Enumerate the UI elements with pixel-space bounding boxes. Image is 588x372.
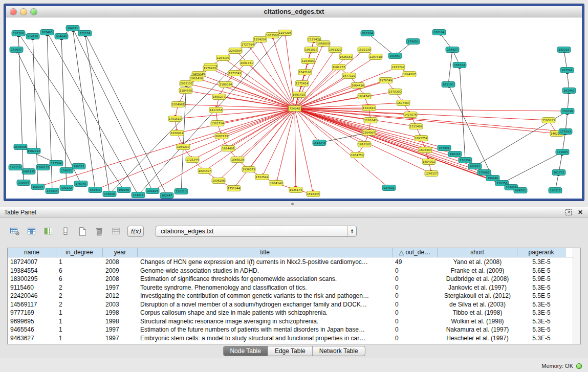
graph-node[interactable]: 1961320: [329, 47, 342, 53]
close-window-button[interactable]: [10, 9, 16, 15]
column-header-in_degree[interactable]: in_degree: [56, 248, 103, 257]
cell-out_degree[interactable]: 0: [393, 334, 438, 343]
cell-name[interactable]: 19384554: [8, 267, 56, 275]
zoom-window-button[interactable]: [31, 9, 37, 15]
tab-node-table[interactable]: Node Table: [223, 346, 268, 356]
graph-node[interactable]: 190217: [549, 188, 562, 193]
cell-year[interactable]: 2003: [103, 300, 138, 309]
cell-short[interactable]: Tibbo et al. (1998): [438, 309, 517, 317]
cell-year[interactable]: 2008: [103, 275, 138, 283]
graph-node[interactable]: 1273541: [228, 71, 242, 76]
graph-node[interactable]: 879193: [442, 82, 455, 87]
graph-node[interactable]: 1935174: [289, 187, 302, 193]
cell-in_degree[interactable]: 2: [56, 283, 103, 292]
graph-node[interactable]: 1866529: [231, 157, 244, 163]
graph-node[interactable]: 190667: [388, 53, 402, 59]
tab-edge-table[interactable]: Edge Table: [268, 346, 313, 356]
graph-node[interactable]: 1864416: [351, 83, 364, 89]
cell-year[interactable]: 1997: [103, 283, 138, 292]
graph-node[interactable]: 150334: [459, 158, 472, 163]
graph-node[interactable]: 2606506: [14, 144, 27, 150]
graph-node[interactable]: 1284193: [216, 55, 230, 61]
cell-short[interactable]: Franke et al. (2009): [438, 267, 517, 275]
table-row[interactable]: 1938455462009Genome-wide association stu…: [8, 267, 573, 275]
table-row[interactable]: 1830029562008Estimation of significance …: [8, 275, 573, 283]
graph-node[interactable]: 190104: [146, 188, 159, 194]
graph-node[interactable]: 1515409: [409, 124, 423, 129]
graph-node[interactable]: 162447: [160, 193, 173, 199]
close-panel-icon[interactable]: ✕: [578, 209, 583, 216]
graph-node[interactable]: 184871: [66, 26, 79, 31]
graph-node[interactable]: 190316: [448, 151, 462, 157]
graph-node[interactable]: 1094307: [403, 72, 416, 77]
graph-node[interactable]: 1081773: [332, 64, 345, 70]
cell-title[interactable]: Disruption of a novel member of a sodium…: [138, 300, 393, 309]
cell-year[interactable]: 1998: [103, 317, 138, 326]
table-row[interactable]: 946554611997Estimation of the future num…: [8, 325, 573, 334]
graph-node[interactable]: 161442: [562, 88, 576, 94]
graph-node[interactable]: 1578300: [388, 89, 402, 95]
cell-title[interactable]: Tourette syndrome. Phenomenology and cla…: [138, 283, 393, 292]
cell-title[interactable]: Structural magnetic resonance image aver…: [138, 317, 393, 326]
delete-table-button[interactable]: [93, 225, 106, 237]
graph-node[interactable]: 150210: [175, 189, 188, 194]
cell-short[interactable]: Wolkin et al. (1998): [438, 317, 517, 326]
graph-node[interactable]: 150318: [561, 108, 574, 114]
cell-name[interactable]: 9463627: [8, 334, 56, 343]
graph-node[interactable]: 2054981: [171, 102, 185, 107]
cell-year[interactable]: 2012: [103, 292, 138, 300]
graph-node[interactable]: 190513: [72, 164, 85, 169]
cell-pagerank[interactable]: 5.9E-5: [517, 275, 565, 283]
table-selector-dropdown[interactable]: citations_edges.txt ▲▼: [156, 226, 357, 237]
graph-node[interactable]: 150294: [31, 184, 45, 190]
cell-short[interactable]: Nakamura et al. (1997): [438, 325, 517, 334]
column-header-name[interactable]: name: [8, 248, 56, 257]
graph-node[interactable]: 1605493: [419, 147, 432, 153]
graph-node[interactable]: 1248157: [425, 171, 438, 177]
cell-year[interactable]: 1997: [103, 325, 138, 334]
cell-name[interactable]: 9115460: [8, 283, 56, 292]
cell-in_degree[interactable]: 6: [56, 275, 103, 283]
table-row[interactable]: 911546021997Tourette syndrome. Phenomeno…: [8, 283, 573, 292]
graph-node[interactable]: 1180024: [219, 82, 232, 87]
table-edit-button[interactable]: [42, 225, 55, 237]
graph-node[interactable]: 1677110: [342, 73, 356, 79]
cell-year[interactable]: 2009: [103, 267, 138, 275]
select-columns-button[interactable]: [25, 225, 38, 237]
cell-name[interactable]: 14569117: [8, 300, 56, 309]
graph-node[interactable]: 1547106: [298, 70, 312, 75]
graph-node[interactable]: 1751510: [168, 116, 182, 122]
divider-grip-icon[interactable]: [291, 203, 294, 205]
cell-title[interactable]: Corpus callosum shape and size in male p…: [138, 309, 393, 317]
graph-node[interactable]: 1936673: [242, 167, 255, 172]
cell-pagerank[interactable]: 5.3E-5: [517, 325, 565, 334]
cell-title[interactable]: Estimation of significance thresholds fo…: [138, 275, 393, 283]
graph-node[interactable]: 174850: [406, 39, 420, 45]
graph-node[interactable]: 1604743: [358, 94, 371, 99]
graph-node[interactable]: 162440: [89, 187, 102, 193]
column-header-year[interactable]: year: [103, 248, 138, 257]
graph-node[interactable]: 181306: [12, 31, 25, 36]
tab-network-table[interactable]: Network Table: [313, 346, 365, 356]
graph-node[interactable]: 1655277: [212, 94, 226, 100]
graph-node[interactable]: 190554: [17, 180, 30, 186]
cell-name[interactable]: 18300295: [8, 275, 56, 283]
table-row[interactable]: 946362711997Embryonic stem cells: a mode…: [8, 334, 573, 343]
cell-name[interactable]: 18724007: [8, 258, 56, 267]
cell-in_degree[interactable]: 2: [56, 292, 103, 300]
graph-node[interactable]: 1626152: [339, 54, 353, 60]
graph-node[interactable]: 1954758: [351, 152, 364, 158]
graph-node[interactable]: 2091731: [240, 60, 253, 66]
graph-node[interactable]: 1723542: [255, 174, 269, 180]
graph-node[interactable]: 122174: [78, 31, 92, 36]
cell-in_degree[interactable]: 1: [56, 258, 103, 267]
float-panel-icon[interactable]: [565, 209, 572, 216]
graph-node[interactable]: 1727594: [241, 42, 254, 48]
graph-node[interactable]: 1961013: [304, 47, 318, 53]
cell-short[interactable]: Yano et al. (2008): [438, 258, 517, 267]
graph-node[interactable]: 2280584: [229, 48, 242, 54]
cell-out_degree[interactable]: 0: [393, 317, 438, 326]
graph-node[interactable]: 190118: [9, 165, 22, 170]
graph-node[interactable]: 1161642: [364, 118, 377, 123]
cell-pagerank[interactable]: 5.3E-5: [517, 317, 565, 326]
